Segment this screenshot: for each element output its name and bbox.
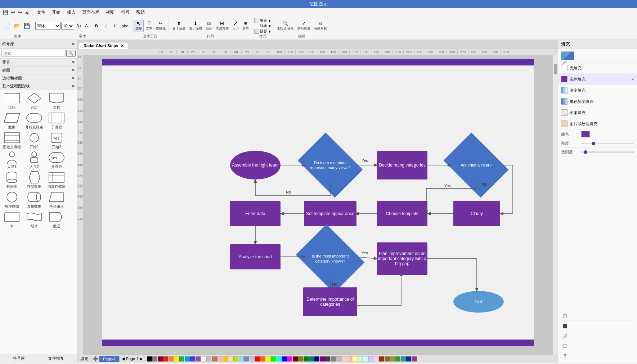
shape-paper[interactable]: 纸带 [24, 210, 45, 229]
rp-properties-btn[interactable]: 📋 [560, 311, 636, 321]
rp-gradient-fill[interactable]: 渐变填充 [558, 85, 637, 96]
shape-start1[interactable]: 开始1 [24, 131, 45, 150]
color-swatch[interactable] [412, 356, 417, 361]
node-determine[interactable]: Determine importance of categories [303, 287, 357, 316]
spell-check-btn[interactable]: ✓拼写检查 [296, 20, 312, 32]
color-swatch[interactable] [358, 356, 363, 361]
sidebar-sec-title[interactable]: 标题 ✕ [0, 67, 77, 74]
font-strike-btn[interactable]: abc [120, 22, 130, 30]
qa-redo[interactable]: ↪ [17, 9, 23, 15]
color-swatch[interactable] [287, 356, 292, 361]
color-swatch[interactable] [277, 356, 282, 361]
node-choose-template[interactable]: Choose template [377, 201, 427, 226]
shape-subprocess[interactable]: 子流程 [46, 112, 67, 130]
v-scroll-thumb[interactable] [554, 64, 557, 74]
sidebar-bottom-shapes-icon[interactable]: 符号库 [13, 356, 25, 361]
color-swatch[interactable] [293, 356, 298, 361]
rp-color-swatch[interactable] [581, 131, 590, 137]
color-swatch[interactable] [255, 356, 260, 361]
color-swatch[interactable] [271, 356, 276, 361]
color-swatch[interactable] [379, 356, 384, 361]
shape-manual[interactable]: 手动输入 [46, 191, 67, 209]
color-swatch[interactable] [233, 356, 238, 361]
sidebar-sec-border[interactable]: 边框和标题 ✕ [0, 74, 77, 82]
menu-file[interactable]: 文件 [34, 9, 48, 16]
tab-radar-chart-steps[interactable]: Radar Chart Steps ✕ [79, 42, 128, 49]
page-tab-nav[interactable]: ◀ Page-1 ▶ [122, 356, 143, 361]
color-swatch[interactable] [406, 356, 411, 361]
shape-yesno[interactable]: Yes 是或否 [46, 151, 67, 169]
color-swatch[interactable] [309, 356, 314, 361]
color-swatch[interactable] [298, 356, 303, 361]
rp-transparency-slider[interactable] [581, 151, 634, 153]
group-btn[interactable]: ⧉组合 [204, 20, 214, 32]
page-tab-1[interactable]: Page-1 [99, 356, 120, 362]
color-swatch[interactable] [374, 356, 379, 361]
shape-start2[interactable]: Yes 开始2 [46, 131, 67, 150]
font-size-select[interactable]: 10 [61, 22, 74, 30]
replace-shape-btn[interactable]: ⧈替换形状 [313, 20, 328, 32]
shape-storage[interactable]: 存储数据 [24, 171, 45, 189]
menu-view[interactable]: 视图 [103, 9, 117, 16]
color-swatch[interactable] [196, 356, 201, 361]
node-do-team[interactable]: Do team members represent many views? [304, 145, 356, 185]
size-btn[interactable]: ⤢大小 [231, 20, 240, 32]
menu-symbol[interactable]: 符号 [118, 9, 133, 16]
shape-document[interactable]: 文档 [46, 92, 67, 110]
color-swatch[interactable] [314, 356, 319, 361]
sidebar-sec-flowchart[interactable]: 基本流程图形状 ✕ [0, 82, 77, 90]
sidebar-sec-bg-close[interactable]: ✕ [72, 60, 75, 65]
color-swatch[interactable] [244, 356, 249, 361]
vertical-scrollbar[interactable] [553, 55, 558, 355]
shape-internal[interactable]: 内部存储器 [46, 171, 67, 189]
color-swatch[interactable] [147, 356, 152, 361]
canvas[interactable]: Yes No Yes No [102, 59, 534, 346]
sidebar-sec-border-close[interactable]: ✕ [72, 76, 75, 81]
open-btn[interactable]: 📂 [13, 21, 22, 31]
tab-close-icon[interactable]: ✕ [121, 44, 124, 48]
select-tool-btn[interactable]: ↖ 选择 [134, 20, 144, 32]
color-swatch[interactable] [223, 356, 228, 361]
front-btn[interactable]: ⬆置于顶层 [171, 20, 187, 32]
qa-undo[interactable]: ↩ [10, 9, 16, 15]
font-bold-btn[interactable]: B [92, 22, 101, 30]
sidebar-sec-background[interactable]: 背景 ✕ [0, 59, 77, 67]
shape-delay[interactable]: 推迟 [46, 210, 67, 229]
shape-person2[interactable]: 人员2 [24, 151, 45, 169]
menu-start[interactable]: 开始 [49, 9, 63, 16]
font-grow-btn[interactable]: A↑ [75, 22, 83, 30]
sidebar-close-icon[interactable]: ✕ [72, 42, 75, 46]
save-btn[interactable]: 💾 [22, 21, 31, 31]
menu-layout[interactable]: 页面布局 [79, 9, 102, 16]
color-swatch[interactable] [325, 356, 330, 361]
shape-predefined[interactable]: 预定义流程 [1, 131, 22, 150]
shape-process[interactable]: 流程 [1, 92, 22, 110]
sidebar-bottom-restore-icon[interactable]: 文件恢复 [48, 356, 64, 361]
shape-sequential[interactable]: 顺序数据 [1, 191, 22, 209]
color-swatch[interactable] [228, 356, 233, 361]
color-swatch[interactable] [158, 356, 163, 361]
font-shrink-btn[interactable]: A↓ [84, 22, 91, 30]
color-swatch[interactable] [395, 356, 400, 361]
color-swatch[interactable] [179, 356, 184, 361]
color-swatch[interactable] [206, 356, 211, 361]
color-swatch[interactable] [212, 356, 217, 361]
rp-line-btn[interactable]: 📝 [560, 332, 636, 341]
menu-help[interactable]: 帮助 [133, 9, 148, 16]
node-is-known[interactable]: Is the most important category known? [303, 237, 357, 280]
color-swatch[interactable] [320, 356, 325, 361]
color-swatch[interactable] [190, 356, 195, 361]
color-swatch[interactable] [331, 356, 336, 361]
color-swatch[interactable] [152, 356, 157, 361]
shape-terminator[interactable]: 开始或结束 [24, 112, 45, 130]
new-btn[interactable]: 📄 [3, 21, 12, 31]
color-swatch[interactable] [368, 356, 373, 361]
shape-data[interactable]: 数据 [1, 112, 22, 130]
color-swatch[interactable] [169, 356, 174, 361]
text-tool-btn[interactable]: T 文本 [144, 20, 154, 32]
font-italic-btn[interactable]: I [102, 22, 110, 30]
rp-texture-fill[interactable]: 图片或纹理填充 [558, 118, 637, 129]
color-swatch[interactable] [282, 356, 287, 361]
node-set-template[interactable]: Set template appearance [304, 201, 356, 226]
color-swatch[interactable] [352, 356, 357, 361]
